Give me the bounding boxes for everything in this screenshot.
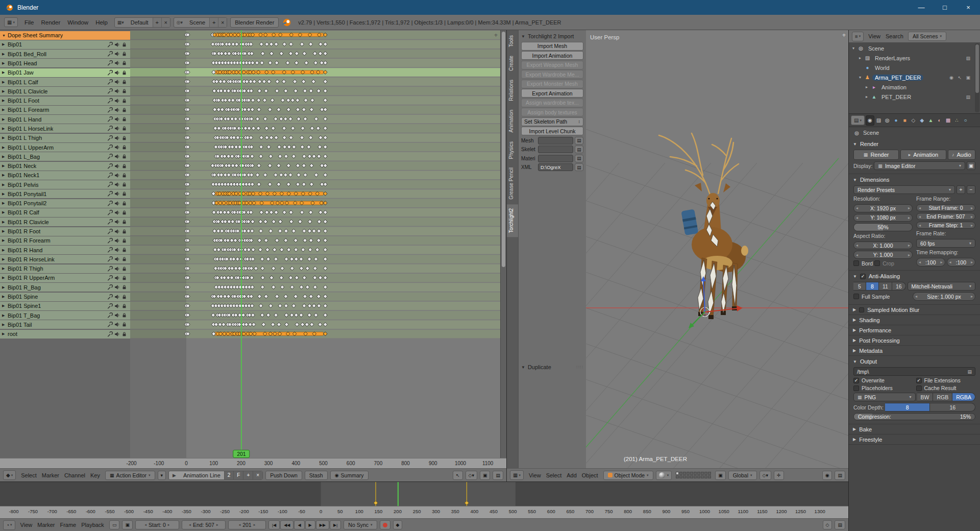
new-action-button[interactable]: + (243, 471, 253, 479)
properties-tab[interactable] (935, 115, 944, 126)
expand-icon[interactable] (2, 220, 8, 224)
modifier-wrench-icon[interactable] (107, 275, 113, 281)
lock-icon[interactable] (121, 144, 127, 150)
channel-row[interactable]: Bip01 Bed_Roll (0, 50, 130, 58)
lock-icon[interactable] (121, 322, 127, 327)
expand-icon[interactable] (2, 108, 8, 112)
menu-item[interactable]: View (526, 472, 544, 478)
expand-icon[interactable] (2, 61, 8, 65)
frame-rate-select[interactable]: 60 fps▾ (916, 239, 975, 248)
modifier-wrench-icon[interactable] (107, 98, 113, 104)
lock-icon[interactable] (121, 70, 127, 76)
toolshelf-button[interactable]: Assign wardrobe tex...↕ (521, 99, 583, 107)
modifier-wrench-icon[interactable] (107, 144, 113, 150)
editor-type-button[interactable]: ◔▾ (3, 520, 15, 530)
resolution-percentage-slider[interactable]: 50% (853, 223, 913, 231)
scene-selector[interactable]: ◎▾ Scene + × (174, 17, 228, 28)
expand-icon[interactable]: ▾ (851, 46, 856, 51)
output-path-field[interactable]: /tmp\▤ (853, 367, 975, 376)
lock-icon[interactable] (121, 98, 127, 104)
color-mode-button[interactable]: RGBA (952, 393, 975, 401)
menu-item[interactable]: Frame (57, 522, 79, 528)
properties-tab[interactable] (892, 115, 900, 126)
expand-icon[interactable]: ▸ (864, 94, 869, 99)
output-checkbox[interactable]: Cache Result (916, 385, 976, 391)
render-button[interactable]: ▦Render (853, 150, 899, 160)
toolshelf-tab[interactable]: Create (507, 52, 518, 75)
modifier-wrench-icon[interactable] (107, 126, 113, 131)
field-value[interactable]: D:\OgreX (538, 163, 573, 171)
mute-speaker-icon[interactable] (114, 210, 120, 215)
action-name-field[interactable]: ▶ Animation Line 2 F + × (168, 471, 263, 480)
toolshelf-tab[interactable]: Relations (507, 76, 518, 105)
expand-icon[interactable]: ▸ (857, 56, 863, 60)
expand-icon[interactable] (2, 257, 8, 261)
lock-icon[interactable] (121, 154, 127, 159)
mute-speaker-icon[interactable] (114, 70, 120, 76)
manipulator-translate-icon[interactable]: ✛ (774, 471, 784, 480)
full-sample-checkbox[interactable]: Full Sample (853, 294, 911, 300)
mode-select[interactable]: Object Mode▾ (603, 471, 653, 480)
modifier-wrench-icon[interactable] (107, 182, 113, 187)
editor-type-button[interactable]: ▦▾ (510, 470, 524, 480)
expand-icon[interactable] (2, 313, 8, 318)
modifier-wrench-icon[interactable] (107, 229, 113, 234)
fake-user-button[interactable]: F (233, 471, 243, 479)
scrollbar-thumb[interactable] (975, 44, 979, 93)
lock-icon[interactable] (121, 116, 127, 122)
channel-row[interactable]: Bip01 L Calf (0, 78, 130, 86)
minimize-button[interactable]: — (910, 0, 933, 15)
panel-header[interactable]: ▼Dimensions (849, 174, 980, 185)
outliner-row[interactable]: ▾ Arma_PET_DEER ◉ ↖ ▣ (849, 73, 980, 82)
expand-icon[interactable] (2, 276, 8, 280)
mute-speaker-icon[interactable] (114, 201, 120, 206)
toolshelf-button[interactable]: Export Monster Mesh↕ (521, 80, 583, 88)
collapsed-panel[interactable]: ▶Post Processing (849, 335, 980, 346)
datablock-name[interactable]: PET_DEER (879, 94, 914, 100)
add-scene-button[interactable]: + (209, 18, 218, 27)
modifier-wrench-icon[interactable] (107, 88, 113, 94)
properties-tab[interactable] (926, 115, 935, 126)
opengl-anim-render-icon[interactable]: ▤ (835, 471, 845, 480)
use-preview-range-icon[interactable]: ▭ (109, 520, 120, 529)
toolshelf-button[interactable]: Export Weapon Mesh↕ (521, 61, 583, 69)
outliner-row[interactable]: ▸ PET_DEER ▤ (849, 92, 980, 102)
channel-row[interactable]: Bip01 R Foot (0, 227, 130, 236)
modifier-wrench-icon[interactable] (107, 191, 113, 197)
expand-icon[interactable] (2, 304, 8, 308)
color-mode-button[interactable]: RGB (933, 393, 952, 401)
dopesheet-key-area[interactable]: + (130, 30, 500, 458)
menu-item[interactable]: Channel (62, 472, 88, 478)
modifier-wrench-icon[interactable] (107, 210, 113, 215)
start-frame-field[interactable]: ◂Start Frame: 0▸ (916, 204, 975, 211)
playback-button[interactable]: ▶ (305, 520, 315, 529)
lock-icon[interactable] (121, 173, 127, 178)
color-depth-button[interactable]: 16 (930, 403, 975, 412)
lock-icon[interactable] (121, 107, 127, 113)
close-button[interactable]: × (957, 0, 980, 15)
expand-icon[interactable] (2, 70, 8, 75)
color-depth-button[interactable]: 8 (885, 403, 930, 412)
transform-orientation-select[interactable]: Global▾ (728, 471, 757, 480)
datablock-name[interactable]: RenderLayers (872, 55, 913, 61)
expand-icon[interactable]: ▸ (864, 85, 869, 89)
channel-row[interactable]: Bip01 R Hand (0, 246, 130, 254)
properties-tab[interactable] (866, 115, 874, 126)
render-animation-button[interactable]: ▸Animation (900, 150, 946, 160)
toolshelf-button[interactable]: Assign body textures↕ (521, 108, 583, 116)
outliner-row[interactable]: ▾ Scene (849, 43, 980, 53)
delete-scene-button[interactable]: × (218, 18, 227, 27)
field-value[interactable] (538, 137, 573, 144)
expand-icon[interactable] (2, 117, 8, 122)
keying-set-button[interactable]: ◆ (393, 520, 403, 529)
file-browse-button[interactable]: ▤ (575, 163, 583, 171)
mute-speaker-icon[interactable] (114, 42, 120, 47)
file-browse-button[interactable]: ▤ (575, 137, 583, 144)
crop-checkbox[interactable]: Crop (874, 260, 894, 267)
lock-icon[interactable] (121, 126, 127, 131)
screen-layout-selector[interactable]: ▦▾ Default + × (114, 17, 170, 28)
channel-row[interactable]: Bip01 Pelvis (0, 180, 130, 189)
aa-samples-button[interactable]: 16 (892, 282, 906, 291)
channel-row[interactable]: Bip01 L_Bag (0, 152, 130, 161)
lock-icon[interactable] (121, 88, 127, 94)
